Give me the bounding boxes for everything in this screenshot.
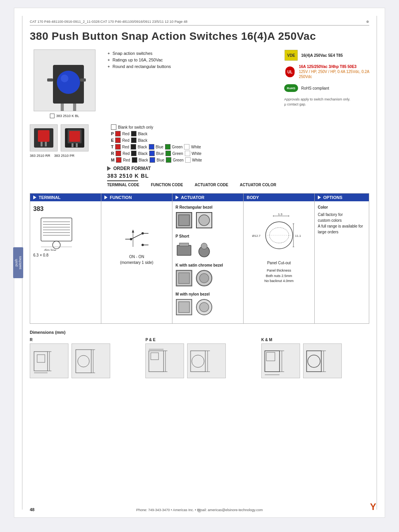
col-terminal-header: TERMINAL [30,194,101,201]
main-table: TERMINAL 383 dim [30,193,369,324]
actuator-M-imgs [176,299,240,316]
actuator-K: K with satin chrome bezel [176,262,240,287]
actuator-M-desc: with nylon bezel [180,292,210,296]
dim-row: R [30,338,369,378]
vde-icon: VDE [284,49,298,61]
col-options: OPTIONS Color Call factory forcustom col… [315,194,369,323]
svg-point-55 [200,303,209,312]
feature-2: ✦ Ratings up to 16A, 250Vac [107,58,276,62]
small-img-pr [61,124,89,151]
svg-rect-69 [37,355,45,362]
dim-R-svg1 [30,343,68,378]
ul-label: 16A 125/250Vac 3/4hp T85 50E3 [299,64,369,69]
swatch-green-m [166,157,171,163]
color-row-e: E Red Black [111,138,369,143]
dim-label-PE: P & E [145,338,253,342]
actuator-K-imgs [176,270,240,287]
code-color: ACTUATOR COLOR [240,183,276,187]
actuator-R-rect-svg [176,212,193,229]
cert-row-rohs: RoHS RoHS compliant [284,82,369,94]
svg-rect-41 [179,215,189,226]
color-row-p: P Red Black [111,131,369,136]
actuator-M-label: M with nylon bezel [176,291,240,297]
bullet-2: ✦ [107,58,110,62]
swatch-black-e [131,138,136,143]
rohs-cert-text: RoHS compliant [301,86,329,91]
actuator-K-desc: with satin chrome bezel [179,263,223,267]
actuator-K-label: K with satin chrome bezel [176,262,240,268]
svg-rect-5 [47,78,53,82]
svg-point-75 [78,355,89,367]
dim-label-KM: K & M [261,338,369,342]
top-bar: CAT 170 P46-481100-0916-0911_2_11-0328:C… [30,20,369,25]
actuator-P-code: P [176,234,178,238]
svg-text:VDE: VDE [287,53,295,58]
options-header-text: OPTIONS [323,195,343,200]
dim-KM-svg2 [303,343,342,378]
product-label: 383 2510 K BL [50,114,79,118]
dim-imgs-PE [145,343,253,378]
dim-imgs-KM [261,343,369,378]
col-function-header: FUNCTION [101,194,172,201]
terminal-diagram: dim line [33,216,80,251]
swatch-blue-t [149,144,154,150]
swatch-black-t [131,144,136,150]
svg-text:Y: Y [370,501,376,512]
col-options-header: OPTIONS [315,194,369,201]
svg-rect-96 [307,351,321,372]
order-format-box: ORDER FORMAT 383 2510 K BL TERMINAL CODE… [107,166,369,187]
rohs-label: RoHS compliant [301,86,329,90]
options-color-desc: Call factory forcustom colorsA full rang… [318,212,366,235]
product-image-box: 383 2510 K BL [30,49,99,118]
color-red-r: Red [123,151,130,156]
color-black-t: Black [138,145,147,149]
swatch-blank [111,124,116,130]
actuator-arrow-icon [176,195,179,199]
actuator-R-round-svg [196,212,213,229]
approvals-note: Approvals apply to switch mechanism only… [284,97,369,107]
swatch-green-t [165,144,171,150]
corner-logo: Y [370,501,382,514]
page-number: 48 [30,507,34,512]
dim-label-R: R [30,338,138,342]
swatch-blue-r [149,151,155,156]
svg-rect-14 [45,142,47,146]
prefix-m: M [111,158,114,162]
svg-point-51 [200,274,209,283]
label-pr: 383 2510 PR [54,154,75,158]
function-arrow-icon [104,195,107,199]
color-white-m: White [192,158,202,162]
svg-rect-17 [69,131,80,142]
svg-marker-39 [132,229,134,233]
actuator-P-round-svg [196,241,213,258]
color-table: Blank for switch only P Red Black E Red … [111,124,369,163]
color-black-e: Black [138,138,147,143]
swatch-black-m [132,157,137,163]
swatch-red-m [116,157,121,163]
actuator-P-imgs [176,241,240,258]
swatch-black-p [131,131,136,136]
blank-desc: Blank for switch only [118,125,153,129]
bullet-3: ✦ [107,65,110,69]
product-image [34,49,95,111]
svg-text:11.1: 11.1 [295,234,301,238]
svg-rect-12 [38,130,49,142]
svg-point-47 [201,243,207,249]
panel-thickness-label: Panel thicknessBoth nuts 2.5mmNo backnut… [264,268,294,284]
dim-imgs-R [30,343,138,378]
options-arrow-icon [318,195,321,199]
swatch-green-r [165,151,171,156]
actuator-P-sq-svg [176,241,193,258]
ul-icon-container: UL [284,66,296,78]
svg-point-1 [57,71,80,94]
actuator-P-desc: Short [179,234,189,238]
svg-point-43 [199,215,210,226]
page-container: pushswitches CAT 170 P46-481100-0916-091… [14,8,385,518]
actuator-R-desc: Rectangular bezel [179,205,213,209]
prefix-t: T [111,144,114,149]
color-white-t: White [191,145,201,149]
svg-rect-49 [179,273,189,284]
features-box: ✦ Snap action switches ✦ Ratings up to 1… [107,49,276,118]
label-icon [50,114,55,118]
swatch-red-r [116,151,121,156]
